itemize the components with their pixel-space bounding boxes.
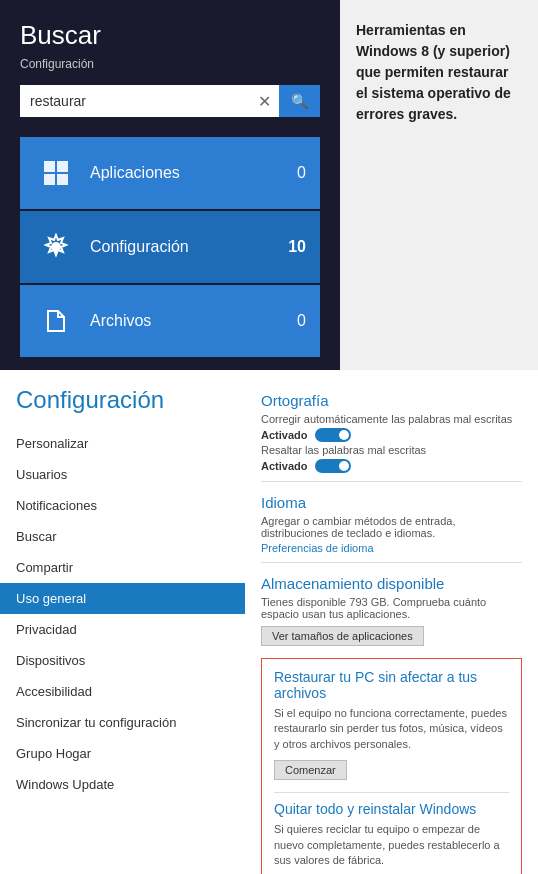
sidebar-item-usuarios[interactable]: Usuarios bbox=[0, 459, 245, 490]
files-label: Archivos bbox=[90, 312, 297, 330]
search-button[interactable]: 🔍 bbox=[279, 85, 320, 117]
category-apps[interactable]: Aplicaciones 0 bbox=[20, 137, 320, 209]
search-box: ✕ 🔍 bbox=[20, 85, 320, 117]
sidebar-item-uso-general[interactable]: Uso general bbox=[0, 583, 245, 614]
spelling-desc1: Corregir automáticamente las palabras ma… bbox=[261, 413, 522, 425]
divider-1 bbox=[261, 481, 522, 482]
apps-label: Aplicaciones bbox=[90, 164, 297, 182]
storage-heading: Almacenamiento disponible bbox=[261, 575, 522, 592]
settings-count: 10 bbox=[288, 238, 306, 256]
sidebar-item-grupo-hogar[interactable]: Grupo Hogar bbox=[0, 738, 245, 769]
annotation-text: Herramientas en Windows 8 (y superior) q… bbox=[356, 20, 522, 125]
toggle2[interactable] bbox=[315, 459, 351, 473]
language-section: Idioma Agregar o cambiar métodos de entr… bbox=[261, 494, 522, 554]
spelling-section: Ortografía Corregir automáticamente las … bbox=[261, 392, 522, 473]
toggle1-label: Activado bbox=[261, 429, 307, 441]
files-count: 0 bbox=[297, 312, 306, 330]
search-input[interactable] bbox=[20, 85, 250, 117]
divider-2 bbox=[261, 562, 522, 563]
language-desc: Agregar o cambiar métodos de entrada, di… bbox=[261, 515, 522, 539]
svg-rect-2 bbox=[44, 174, 55, 185]
sidebar-item-dispositivos[interactable]: Dispositivos bbox=[0, 645, 245, 676]
category-settings[interactable]: Configuración 10 bbox=[20, 211, 320, 283]
apps-icon bbox=[34, 151, 78, 195]
storage-desc: Tienes disponible 793 GB. Comprueba cuán… bbox=[261, 596, 522, 620]
spelling-heading: Ortografía bbox=[261, 392, 522, 409]
restore-files-btn[interactable]: Comenzar bbox=[274, 760, 347, 780]
sidebar-item-compartir[interactable]: Compartir bbox=[0, 552, 245, 583]
sidebar-item-sincronizar[interactable]: Sincronizar tu configuración bbox=[0, 707, 245, 738]
spelling-desc2: Resaltar las palabras mal escritas bbox=[261, 444, 522, 456]
svg-rect-1 bbox=[57, 161, 68, 172]
restore-files-heading: Restaurar tu PC sin afectar a tus archiv… bbox=[274, 669, 509, 701]
storage-btn[interactable]: Ver tamaños de aplicaciones bbox=[261, 626, 424, 646]
category-files[interactable]: Archivos 0 bbox=[20, 285, 320, 357]
reinstall-heading: Quitar todo y reinstalar Windows bbox=[274, 801, 509, 817]
sidebar-item-buscar[interactable]: Buscar bbox=[0, 521, 245, 552]
sidebar-item-accesibilidad[interactable]: Accesibilidad bbox=[0, 676, 245, 707]
toggle-row-2: Activado bbox=[261, 459, 522, 473]
sidebar-item-windows-update[interactable]: Windows Update bbox=[0, 769, 245, 800]
restore-files-box: Restaurar tu PC sin afectar a tus archiv… bbox=[261, 658, 522, 874]
reinstall-desc: Si quieres reciclar tu equipo o empezar … bbox=[274, 822, 509, 868]
toggle1[interactable] bbox=[315, 428, 351, 442]
search-subtitle: Configuración bbox=[20, 57, 320, 71]
sidebar: Configuración Personalizar Usuarios Noti… bbox=[0, 370, 245, 874]
settings-icon bbox=[34, 225, 78, 269]
language-heading: Idioma bbox=[261, 494, 522, 511]
settings-label: Configuración bbox=[90, 238, 288, 256]
svg-rect-3 bbox=[57, 174, 68, 185]
restore-files-desc: Si el equipo no funciona correctamente, … bbox=[274, 706, 509, 752]
language-link[interactable]: Preferencias de idioma bbox=[261, 542, 522, 554]
storage-section: Almacenamiento disponible Tienes disponi… bbox=[261, 575, 522, 650]
content-panel: Ortografía Corregir automáticamente las … bbox=[245, 370, 538, 874]
bottom-section: Configuración Personalizar Usuarios Noti… bbox=[0, 370, 538, 874]
sidebar-title: Configuración bbox=[0, 386, 245, 428]
toggle2-label: Activado bbox=[261, 460, 307, 472]
svg-rect-0 bbox=[44, 161, 55, 172]
sidebar-item-notificaciones[interactable]: Notificaciones bbox=[0, 490, 245, 521]
divider-3 bbox=[274, 792, 509, 793]
search-title: Buscar bbox=[20, 20, 320, 51]
search-panel: Buscar Configuración ✕ 🔍 Aplicaciones 0 bbox=[0, 0, 340, 370]
files-icon bbox=[34, 299, 78, 343]
clear-icon[interactable]: ✕ bbox=[250, 86, 279, 117]
apps-count: 0 bbox=[297, 164, 306, 182]
top-section: Buscar Configuración ✕ 🔍 Aplicaciones 0 bbox=[0, 0, 538, 370]
annotation-box: Herramientas en Windows 8 (y superior) q… bbox=[340, 0, 538, 370]
sidebar-item-personalizar[interactable]: Personalizar bbox=[0, 428, 245, 459]
toggle-row-1: Activado bbox=[261, 428, 522, 442]
sidebar-item-privacidad[interactable]: Privacidad bbox=[0, 614, 245, 645]
